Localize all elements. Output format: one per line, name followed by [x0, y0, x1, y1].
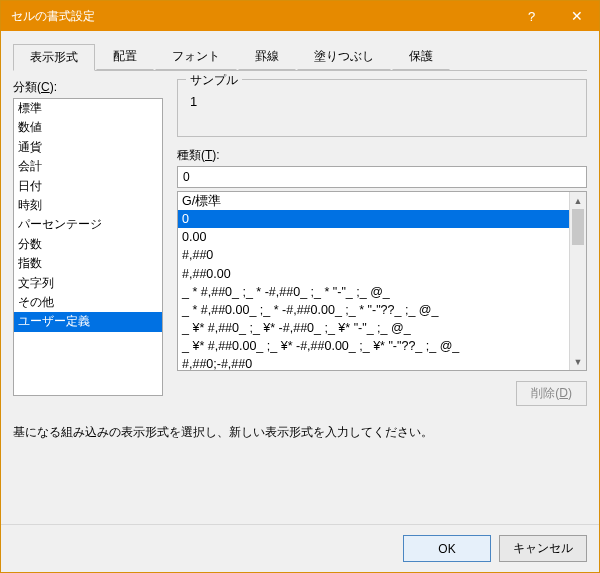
sample-legend: サンプル	[186, 72, 242, 89]
tab-number-format[interactable]: 表示形式	[13, 44, 95, 71]
category-label: 分類(C):	[13, 79, 163, 96]
dialog-footer: OK キャンセル	[1, 524, 599, 572]
list-item[interactable]: 0.00	[178, 228, 569, 246]
hint-text: 基になる組み込みの表示形式を選択し、新しい表示形式を入力してください。	[13, 424, 587, 441]
list-item[interactable]: 分数	[14, 235, 162, 254]
cancel-button[interactable]: キャンセル	[499, 535, 587, 562]
tab-border[interactable]: 罫線	[238, 43, 296, 70]
list-item[interactable]: _ * #,##0.00_ ;_ * -#,##0.00_ ;_ * "-"??…	[178, 301, 569, 319]
ok-button[interactable]: OK	[403, 535, 491, 562]
tab-font[interactable]: フォント	[155, 43, 237, 70]
type-listbox[interactable]: G/標準 0 0.00 #,##0 #,##0.00 _ * #,##0_ ;_…	[177, 191, 587, 371]
list-item[interactable]: #,##0.00	[178, 265, 569, 283]
scroll-thumb[interactable]	[572, 209, 584, 245]
list-item[interactable]: 日付	[14, 177, 162, 196]
sample-value: 1	[190, 94, 576, 109]
tab-protection[interactable]: 保護	[392, 43, 450, 70]
close-button[interactable]: ✕	[554, 1, 599, 31]
list-item[interactable]: #,##0	[178, 246, 569, 264]
list-item[interactable]: G/標準	[178, 192, 569, 210]
list-item[interactable]: 標準	[14, 99, 162, 118]
list-item[interactable]: パーセンテージ	[14, 215, 162, 234]
list-item[interactable]: ユーザー定義	[14, 312, 162, 331]
help-button[interactable]: ?	[509, 1, 554, 31]
list-item[interactable]: 数値	[14, 118, 162, 137]
list-item[interactable]: #,##0;-#,##0	[178, 355, 569, 370]
content-area: 分類(C): 標準 数値 通貨 会計 日付 時刻 パーセンテージ 分数 指数 文…	[1, 71, 599, 524]
titlebar: セルの書式設定 ? ✕	[1, 1, 599, 31]
type-label: 種類(T):	[177, 147, 587, 164]
list-item[interactable]: _ * #,##0_ ;_ * -#,##0_ ;_ * "-"_ ;_ @_	[178, 283, 569, 301]
list-item[interactable]: 通貨	[14, 138, 162, 157]
scroll-up-icon[interactable]: ▲	[570, 192, 586, 209]
tab-alignment[interactable]: 配置	[96, 43, 154, 70]
list-item[interactable]: 文字列	[14, 274, 162, 293]
list-item[interactable]: 指数	[14, 254, 162, 273]
type-input[interactable]	[177, 166, 587, 188]
sample-group: サンプル 1	[177, 79, 587, 137]
category-listbox[interactable]: 標準 数値 通貨 会計 日付 時刻 パーセンテージ 分数 指数 文字列 その他 …	[13, 98, 163, 396]
scrollbar[interactable]: ▲ ▼	[569, 192, 586, 370]
scroll-track[interactable]	[570, 209, 586, 353]
format-cells-dialog: セルの書式設定 ? ✕ 表示形式 配置 フォント 罫線 塗りつぶし 保護 分類(…	[0, 0, 600, 573]
tab-bar: 表示形式 配置 フォント 罫線 塗りつぶし 保護	[13, 43, 587, 71]
list-item[interactable]: _ ¥* #,##0.00_ ;_ ¥* -#,##0.00_ ;_ ¥* "-…	[178, 337, 569, 355]
list-item[interactable]: _ ¥* #,##0_ ;_ ¥* -#,##0_ ;_ ¥* "-"_ ;_ …	[178, 319, 569, 337]
list-item[interactable]: 0	[178, 210, 569, 228]
scroll-down-icon[interactable]: ▼	[570, 353, 586, 370]
list-item[interactable]: その他	[14, 293, 162, 312]
window-title: セルの書式設定	[11, 8, 509, 25]
list-item[interactable]: 時刻	[14, 196, 162, 215]
list-item[interactable]: 会計	[14, 157, 162, 176]
delete-button[interactable]: 削除(D)	[516, 381, 587, 406]
tab-fill[interactable]: 塗りつぶし	[297, 43, 391, 70]
